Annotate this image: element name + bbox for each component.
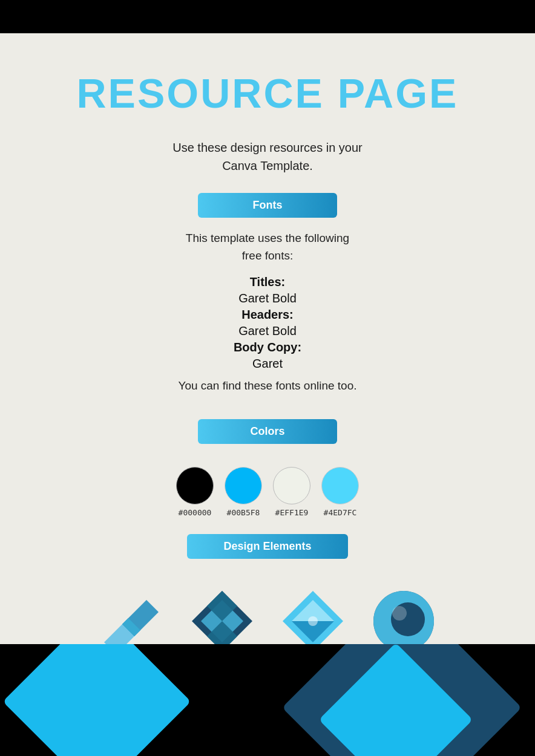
svg-point-10 [308,616,318,626]
fonts-section: Fonts This template uses the followingfr… [178,193,356,407]
color-label-light-blue: #4ED7FC [324,508,357,517]
color-circle-light-blue [321,467,359,504]
swatch-cream: #EFF1E9 [273,467,310,517]
swatch-blue: #00B5F8 [225,467,262,517]
color-circle-black [176,467,214,504]
headers-value: Garet Bold [238,324,297,337]
color-label-blue: #00B5F8 [227,508,260,517]
color-circle-cream [273,467,310,504]
fonts-badge: Fonts [198,193,337,218]
swatch-light-blue: #4ED7FC [321,467,359,517]
body-label: Body Copy: [234,341,301,354]
color-label-black: #000000 [179,508,212,517]
headers-label: Headers: [241,308,294,321]
top-bar [0,0,535,33]
font-titles-value: Garet Bold [238,292,297,305]
swatch-black: #000000 [176,467,214,517]
svg-point-13 [392,606,407,621]
design-elements-badge: Design Elements [187,534,347,559]
titles-value: Garet Bold [238,292,297,305]
font-headers-value: Garet Bold [238,324,297,338]
font-headers-row: Headers: [241,308,294,322]
font-titles-row: Titles: [250,275,286,289]
subtitle: Use these design resources in yourCanva … [172,138,363,175]
bottom-shape-left [2,644,191,756]
font-body-value: Garet [252,357,283,371]
fonts-description: This template uses the followingfree fon… [186,230,349,264]
colors-badge: Colors [198,419,337,444]
body-value: Garet [252,357,283,370]
fonts-note: You can find these fonts online too. [178,379,356,393]
color-label-cream: #EFF1E9 [275,508,309,517]
colors-section: Colors #000000 #00B5F8 #EFF1E9 #4ED7FC [176,419,359,522]
main-content: RESOURCE PAGE Use these design resources… [0,33,535,647]
font-body-row: Body Copy: [234,341,301,354]
bottom-section [0,644,535,756]
titles-label: Titles: [250,275,286,288]
color-swatches: #000000 #00B5F8 #EFF1E9 #4ED7FC [176,467,359,517]
color-circle-blue [225,467,262,504]
design-elements-section: Design Elements [24,534,511,654]
page-title: RESOURCE PAGE [77,70,459,117]
